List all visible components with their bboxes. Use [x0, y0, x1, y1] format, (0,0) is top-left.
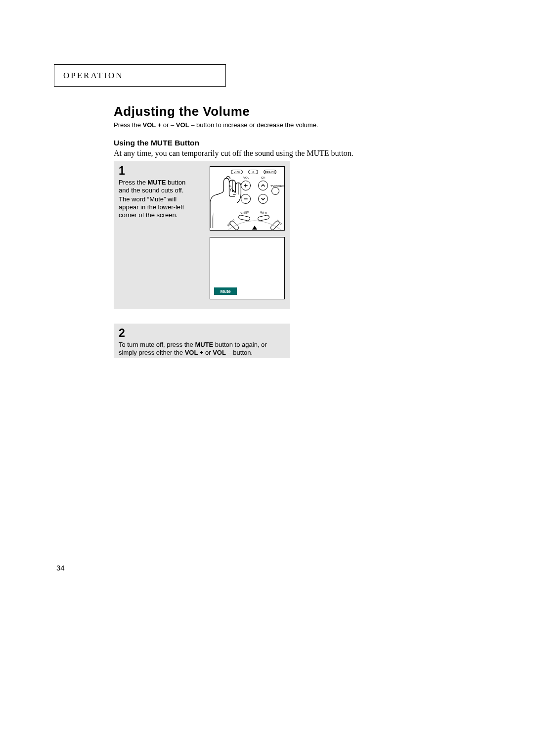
intro-seg: – button to increase or decrease the vol…: [189, 121, 318, 129]
remote-prech-button: PRE-CH: [264, 170, 276, 174]
section-label: OPERATION: [63, 71, 123, 81]
remote-tvvideo-button: [271, 187, 279, 195]
remote-panel: +100 0 PRE-CH VOL CH MUTE TV/VIDEO SLEEP: [210, 166, 285, 231]
remote-ch-up-button: [258, 181, 268, 190]
step2-bold: VOL +: [185, 349, 204, 356]
intro-text: Press the VOL + or – VOL – button to inc…: [114, 121, 318, 129]
remote-ch-label: CH: [261, 176, 266, 179]
intro-seg: or –: [161, 121, 176, 129]
tv-screen-panel: Mute: [210, 237, 285, 299]
intro-seg: Press the: [114, 121, 143, 129]
page-title: Adjusting the Volume: [114, 104, 250, 119]
remote-ch-down-button: [258, 194, 268, 204]
page-number: 34: [56, 564, 65, 572]
step2-seg: – button.: [226, 349, 253, 356]
step2-number: 2: [119, 327, 290, 340]
step1-paragraph2: The word “Mute” will appear in the lower…: [119, 195, 184, 219]
remote-zero-button: 0: [248, 170, 258, 174]
body-text: At any time, you can temporarily cut off…: [114, 149, 354, 158]
section-label-box: OPERATION: [54, 64, 226, 87]
intro-bold: VOL +: [143, 121, 162, 129]
step1-seg: Press the: [119, 179, 148, 186]
tv-mute-indicator: Mute: [214, 287, 237, 295]
remote-plus100-label: +100: [234, 171, 240, 174]
intro-bold: VOL: [176, 121, 189, 129]
step1-text: Press the MUTE button and the sound cuts…: [119, 179, 194, 219]
step1-bold: MUTE: [148, 179, 166, 186]
step2-seg: or: [203, 349, 213, 356]
remote-prech-label: PRE-CH: [265, 171, 275, 174]
step2-block: 2 To turn mute off, press the MUTE butto…: [114, 324, 290, 358]
hand-illustration: [210, 174, 245, 228]
step2-text: To turn mute off, press the MUTE button …: [119, 341, 283, 357]
step2-bold: VOL: [213, 349, 226, 356]
remote-zero-label: 0: [253, 171, 254, 174]
step2-bold: MUTE: [195, 341, 213, 348]
tv-mute-label: Mute: [221, 289, 231, 294]
step2-seg: To turn mute off, press the: [119, 341, 195, 348]
subheading: Using the MUTE Button: [114, 139, 199, 147]
